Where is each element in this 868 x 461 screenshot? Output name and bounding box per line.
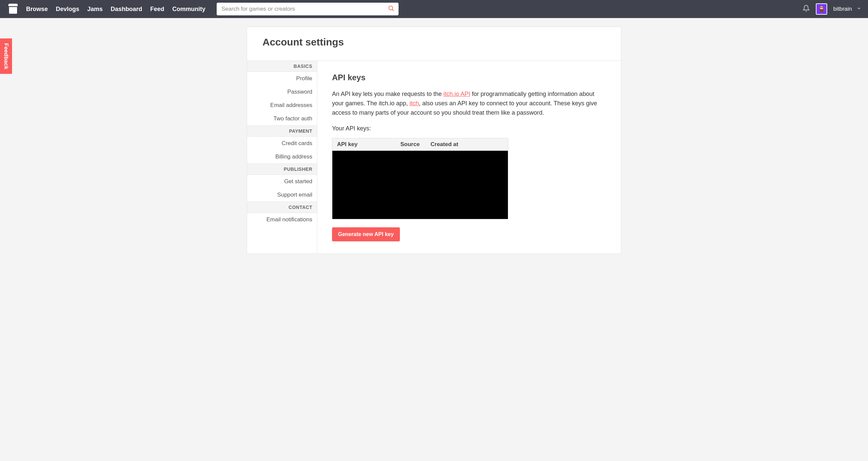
content-wrap: BASICS Profile Password Email addresses … xyxy=(247,61,621,253)
sidebar-item-support-email[interactable]: Support email xyxy=(247,188,317,202)
svg-line-1 xyxy=(392,9,394,11)
svg-point-3 xyxy=(820,6,823,9)
search-input[interactable] xyxy=(217,3,399,16)
api-keys-table: API key Source Created at xyxy=(332,138,508,219)
sidebar-item-password[interactable]: Password xyxy=(247,85,317,99)
top-navbar: Browse Devlogs Jams Dashboard Feed Commu… xyxy=(0,0,868,18)
sidebar-header-payment: PAYMENT xyxy=(247,125,317,137)
redacted-keys-cell xyxy=(332,150,508,219)
desc-text-1: An API key lets you make requests to the xyxy=(332,91,443,97)
generate-api-key-button[interactable]: Generate new API key xyxy=(332,227,400,241)
nav-link-browse[interactable]: Browse xyxy=(26,6,48,13)
user-avatar[interactable] xyxy=(816,3,827,15)
redacted-block xyxy=(332,151,508,219)
search-container xyxy=(217,3,399,16)
sidebar-item-profile[interactable]: Profile xyxy=(247,72,317,85)
page-title: Account settings xyxy=(262,36,606,48)
site-logo[interactable] xyxy=(7,3,20,15)
nav-link-community[interactable]: Community xyxy=(172,6,205,13)
svg-rect-4 xyxy=(820,9,823,12)
sidebar-item-get-started[interactable]: Get started xyxy=(247,175,317,188)
nav-link-dashboard[interactable]: Dashboard xyxy=(111,6,142,13)
svg-rect-7 xyxy=(819,7,824,7)
sidebar-header-publisher: PUBLISHER xyxy=(247,163,317,175)
sidebar-item-email-notifications[interactable]: Email notifications xyxy=(247,213,317,226)
table-header-created: Created at xyxy=(426,138,508,150)
feedback-tab[interactable]: Feedback xyxy=(0,38,12,74)
page-header: Account settings xyxy=(247,27,621,61)
nav-link-devlogs[interactable]: Devlogs xyxy=(56,6,79,13)
settings-container: Account settings BASICS Profile Password… xyxy=(247,27,621,254)
settings-sidebar: BASICS Profile Password Email addresses … xyxy=(247,61,317,253)
username-label[interactable]: bitbrain xyxy=(833,6,852,12)
api-description: An API key lets you make requests to the… xyxy=(332,90,606,118)
nav-link-jams[interactable]: Jams xyxy=(87,6,103,13)
sidebar-item-credit-cards[interactable]: Credit cards xyxy=(247,137,317,150)
table-row xyxy=(332,150,508,219)
sidebar-item-email-addresses[interactable]: Email addresses xyxy=(247,99,317,112)
nav-link-feed[interactable]: Feed xyxy=(150,6,164,13)
sidebar-item-two-factor[interactable]: Two factor auth xyxy=(247,112,317,125)
table-header-apikey: API key xyxy=(332,138,396,150)
sidebar-item-billing-address[interactable]: Billing address xyxy=(247,150,317,163)
table-header-source: Source xyxy=(396,138,426,150)
notifications-icon[interactable] xyxy=(803,5,810,13)
nav-right: bitbrain xyxy=(803,3,861,15)
api-keys-subheading: Your API keys: xyxy=(332,125,606,132)
search-icon[interactable] xyxy=(388,5,395,13)
section-title: API keys xyxy=(332,73,606,82)
nav-links: Browse Devlogs Jams Dashboard Feed Commu… xyxy=(26,6,205,13)
sidebar-header-contact: CONTACT xyxy=(247,202,317,213)
link-itch-app[interactable]: itch xyxy=(410,100,419,106)
link-itchio-api[interactable]: itch.io API xyxy=(443,91,470,97)
main-content: API keys An API key lets you make reques… xyxy=(317,61,621,253)
svg-point-0 xyxy=(389,6,393,10)
sidebar-header-basics: BASICS xyxy=(247,61,317,72)
user-menu-chevron-icon[interactable] xyxy=(857,6,861,12)
itch-logo-icon xyxy=(7,4,19,14)
